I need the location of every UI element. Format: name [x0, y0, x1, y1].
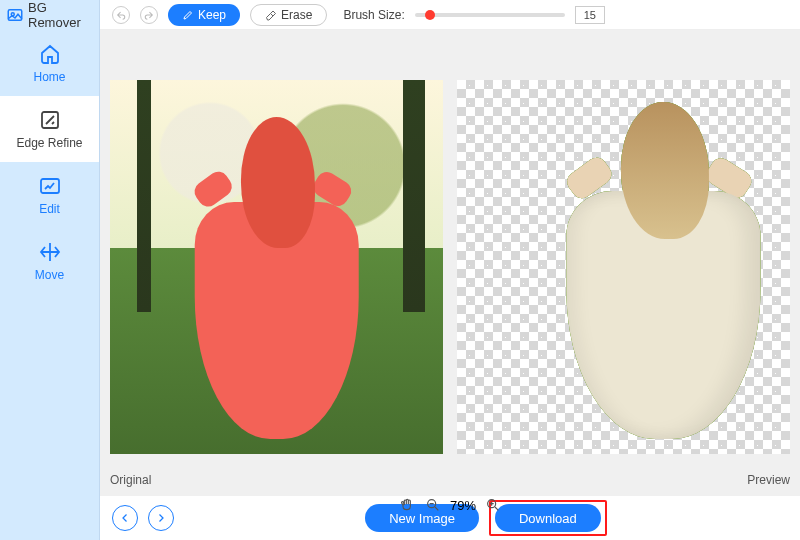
zoom-bar: Original Preview 79% [100, 464, 800, 496]
brush-size-slider[interactable] [415, 13, 565, 17]
move-icon [38, 240, 62, 264]
sidebar-item-home[interactable]: Home [0, 30, 99, 96]
chevron-left-icon [119, 512, 131, 524]
original-image [110, 80, 443, 454]
sidebar-item-edge-refine[interactable]: Edge Refine [0, 96, 99, 162]
zoom-out-button[interactable] [424, 496, 442, 514]
keep-button[interactable]: Keep [168, 4, 240, 26]
workspace [100, 30, 800, 464]
download-button[interactable]: Download [495, 504, 601, 532]
erase-label: Erase [281, 8, 312, 22]
undo-button[interactable] [112, 6, 130, 24]
edit-icon [38, 174, 62, 198]
zoom-out-icon [425, 497, 441, 513]
hand-icon [399, 497, 415, 513]
chevron-right-icon [155, 512, 167, 524]
redo-button[interactable] [140, 6, 158, 24]
original-caption: Original [110, 473, 151, 487]
brand: BG Remover [0, 0, 99, 30]
preview-pane [457, 80, 790, 454]
brush-size-value[interactable]: 15 [575, 6, 605, 24]
download-label: Download [519, 511, 577, 526]
brush-size-label: Brush Size: [343, 8, 404, 22]
sidebar-item-label: Move [35, 268, 64, 282]
home-icon [38, 42, 62, 66]
brand-name: BG Remover [28, 0, 93, 30]
app-logo-icon [6, 6, 24, 24]
sidebar: BG Remover Home Edge Refine Edit Move [0, 0, 100, 540]
preview-caption: Preview [747, 473, 790, 487]
download-highlight: Download [489, 500, 607, 536]
cutout-image [457, 80, 790, 454]
edge-refine-icon [38, 108, 62, 132]
main: Keep Erase Brush Size: 15 [100, 0, 800, 540]
sidebar-item-move[interactable]: Move [0, 228, 99, 294]
zoom-in-button[interactable] [484, 496, 502, 514]
original-pane [110, 80, 443, 454]
sidebar-item-label: Home [33, 70, 65, 84]
erase-button[interactable]: Erase [250, 4, 327, 26]
keep-label: Keep [198, 8, 226, 22]
svg-rect-3 [41, 179, 59, 193]
brush-icon [182, 9, 194, 21]
sidebar-item-label: Edit [39, 202, 60, 216]
zoom-in-icon [485, 497, 501, 513]
zoom-level: 79% [450, 498, 476, 513]
sidebar-item-edit[interactable]: Edit [0, 162, 99, 228]
sidebar-item-label: Edge Refine [16, 136, 82, 150]
eraser-icon [265, 9, 277, 21]
preview-canvas[interactable] [457, 80, 790, 454]
undo-icon [116, 10, 126, 20]
prev-button[interactable] [112, 505, 138, 531]
redo-icon [144, 10, 154, 20]
next-button[interactable] [148, 505, 174, 531]
original-canvas[interactable] [110, 80, 443, 454]
toolbar: Keep Erase Brush Size: 15 [100, 0, 800, 30]
pan-button[interactable] [398, 496, 416, 514]
slider-thumb[interactable] [425, 10, 435, 20]
